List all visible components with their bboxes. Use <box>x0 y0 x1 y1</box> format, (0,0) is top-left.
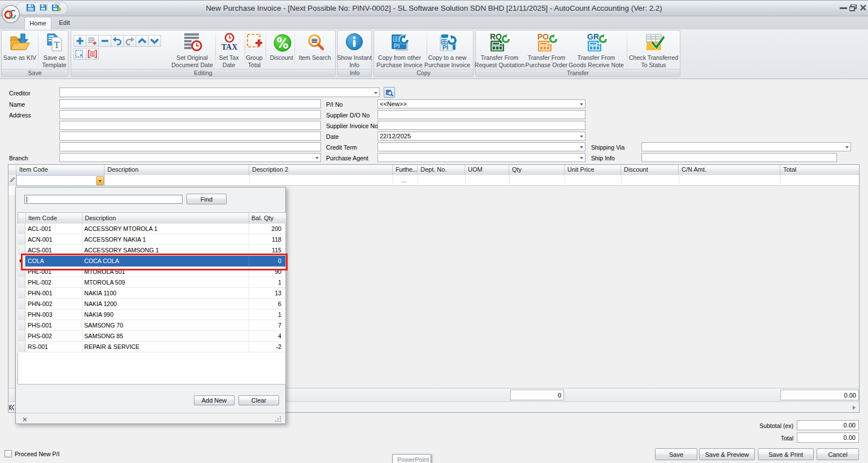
svg-text:PI: PI <box>442 44 448 51</box>
svg-text:GR: GR <box>587 32 599 41</box>
svg-text:RQ: RQ <box>490 32 502 41</box>
svg-text:PO: PO <box>537 32 549 41</box>
svg-text:PI: PI <box>394 42 400 49</box>
svg-text:TAX: TAX <box>222 43 238 51</box>
svg-text:T: T <box>54 40 60 50</box>
